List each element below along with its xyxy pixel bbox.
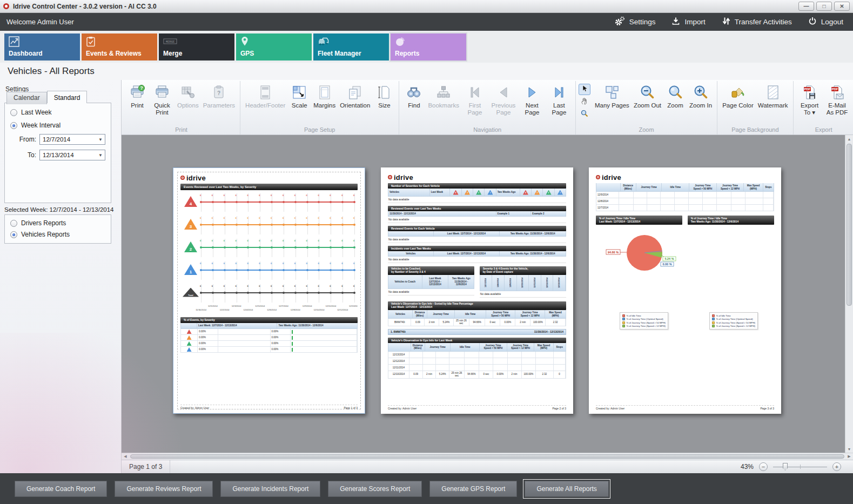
- generate-incidents-report-button[interactable]: Generate Incidents Report: [220, 481, 320, 497]
- severity-timeline-chart: 00000000000000: [201, 190, 354, 213]
- tab-dashboard[interactable]: Dashboard: [4, 33, 80, 61]
- to-date-dropdown[interactable]: 12/13/2014 ▼: [39, 150, 105, 160]
- quick-print-button[interactable]: Quick Print: [149, 83, 175, 118]
- table-cell: 25 min 26 sec: [449, 371, 465, 378]
- tab-events-reviews[interactable]: Events & Reviews: [82, 33, 157, 61]
- table-cell: 2.32: [536, 371, 554, 378]
- settings-button[interactable]: Settings: [614, 16, 656, 28]
- table-cell: Example 1: [496, 211, 532, 216]
- toolbar-button-label: Find: [408, 102, 420, 109]
- many-pages-icon: [604, 84, 620, 100]
- orientation-button[interactable]: Orientation: [338, 83, 372, 111]
- print-button[interactable]: ?Print: [125, 83, 149, 111]
- week-selection-group: Calendar Standard Last Week Week Interva…: [4, 103, 111, 203]
- table-cell: 94.66%: [465, 371, 480, 378]
- tab-merge[interactable]: MERGE Merge: [159, 33, 234, 61]
- size-button[interactable]: Size: [372, 83, 396, 111]
- report-page-footer: Created by: Admin UserPage 2 of 3: [388, 405, 566, 410]
- watermark-button[interactable]: Watermark: [756, 83, 790, 111]
- footer-bar: Generate Coach Report Generate Reviews R…: [0, 473, 853, 504]
- generate-all-reports-button[interactable]: Generate All Reports: [525, 481, 608, 497]
- tab-reports[interactable]: Reports: [391, 33, 466, 61]
- report-page-2[interactable]: idriveNumber of Severities for Each Vehi…: [381, 167, 573, 414]
- report-section-header: % of Journey Time / Idle Time Two Weeks …: [688, 216, 774, 225]
- tab-gps[interactable]: GPS: [236, 33, 312, 61]
- table-cell: 12/9/2014: [596, 192, 619, 198]
- last-week-radio[interactable]: Last Week: [10, 109, 111, 116]
- drivers-reports-radio[interactable]: Drivers Reports: [10, 219, 111, 227]
- vertical-scroll-thumb[interactable]: [847, 144, 852, 306]
- zoom-button[interactable]: Zoom: [663, 83, 687, 111]
- week-interval-radio[interactable]: Week Interval: [10, 122, 111, 129]
- last-page-icon: [551, 84, 567, 100]
- e-mail-as-pdf-button[interactable]: PDFE-Mail As PDF: [823, 83, 851, 118]
- generate-gps-report-button[interactable]: Generate GPS Report: [429, 481, 517, 497]
- data-point: [283, 269, 285, 271]
- data-point-value: 0: [247, 217, 248, 219]
- created-by-text: Created by: Admin User: [596, 407, 624, 410]
- report-logo: idrive: [180, 173, 358, 182]
- tab-fleet-manager[interactable]: Fleet Manager: [313, 33, 389, 61]
- last-page-button[interactable]: Last Page: [546, 83, 573, 118]
- zoom-region-tool-button[interactable]: [579, 109, 590, 120]
- print-preview-area[interactable]: ▲ ▼ idriveEvents Reviewed over Last Two …: [122, 135, 853, 453]
- table-cell: 0.09: [409, 371, 423, 378]
- pointer-tool-button[interactable]: [579, 84, 590, 95]
- date-tick-label: 12/10/2014: [313, 308, 324, 311]
- data-point-value: 0: [271, 239, 272, 242]
- vertical-scrollbar[interactable]: ▲ ▼: [845, 135, 853, 453]
- minimize-button[interactable]: —: [798, 2, 814, 11]
- transfer-activities-button[interactable]: Transfer Activities: [722, 17, 792, 27]
- vehicles-to-coach-section: Vehicles to be Coached, by Number of Sev…: [388, 266, 474, 298]
- date-tick-label: 12/8/2014: [291, 308, 300, 311]
- report-page-3[interactable]: idriveDistance (Miles)Journey TimeIdle T…: [589, 167, 781, 414]
- scroll-right-icon[interactable]: ▶: [845, 453, 853, 460]
- vertical-date-label: 12/9/2014: [509, 278, 512, 287]
- scroll-left-icon[interactable]: ◀: [122, 453, 129, 460]
- horizontal-scroll-thumb[interactable]: [130, 454, 844, 459]
- import-button[interactable]: Import: [671, 17, 705, 27]
- printer-question-icon: ?: [129, 84, 145, 100]
- tab-calendar[interactable]: Calendar: [6, 92, 47, 104]
- scale-button[interactable]: Scale: [287, 83, 311, 111]
- date-tick-label: 12/2/2014: [220, 308, 230, 311]
- maximize-button[interactable]: □: [816, 2, 832, 11]
- close-button[interactable]: ✕: [834, 2, 850, 11]
- scroll-down-icon[interactable]: ▼: [845, 445, 853, 453]
- zoom-slider-thumb[interactable]: [783, 463, 788, 471]
- vehicles-reports-radio[interactable]: Vehicles Reports: [10, 231, 111, 238]
- generate-reviews-report-button[interactable]: Generate Reviews Report: [115, 481, 213, 497]
- table-cell: 100.00%: [522, 371, 536, 378]
- logout-button[interactable]: Logout: [808, 17, 843, 27]
- toolbar-button-label: Export To ▾: [798, 102, 821, 116]
- scroll-up-icon[interactable]: ▲: [845, 135, 853, 143]
- zoom-slider[interactable]: [773, 462, 827, 471]
- tab-standard[interactable]: Standard: [47, 91, 88, 103]
- zoom-in-button[interactable]: +: [832, 462, 841, 471]
- table-cell: [423, 358, 436, 364]
- idrive-logo-text: idrive: [394, 173, 413, 182]
- generate-scores-report-button[interactable]: Generate Scores Report: [328, 481, 422, 497]
- zoom-out-button[interactable]: Zoom Out: [632, 83, 663, 111]
- percent-cell: 0.00%: [271, 335, 291, 340]
- from-date-dropdown[interactable]: 12/7/2014 ▼: [39, 134, 105, 145]
- table-cell: Example 2: [531, 211, 566, 216]
- toolbar-button-label: Previous Page: [491, 102, 516, 116]
- zoom-in-button[interactable]: Zoom In: [687, 83, 714, 111]
- page-color-button[interactable]: Page Color: [720, 83, 756, 111]
- table-cell: Distance (Miles): [413, 310, 427, 318]
- find-button[interactable]: Find: [402, 83, 426, 111]
- report-page-1[interactable]: idriveEvents Reviewed over Last Two Week…: [173, 167, 365, 414]
- table-cell: [493, 365, 507, 371]
- next-page-button[interactable]: Next Page: [519, 83, 546, 118]
- margins-button[interactable]: Margins: [311, 83, 338, 111]
- table-cell: 4: [450, 189, 461, 196]
- hand-tool-button[interactable]: [579, 96, 590, 107]
- many-pages-button[interactable]: Many Pages: [593, 83, 632, 111]
- severity-triangle: 3: [534, 190, 540, 195]
- zoom-out-button[interactable]: −: [759, 462, 768, 471]
- generate-coach-report-button[interactable]: Generate Coach Report: [15, 481, 107, 497]
- toolbar-group-caption: Print: [123, 126, 240, 133]
- horizontal-scrollbar[interactable]: ◀ ▶: [122, 453, 853, 460]
- export-to-button[interactable]: PDFExport To ▾: [796, 83, 823, 118]
